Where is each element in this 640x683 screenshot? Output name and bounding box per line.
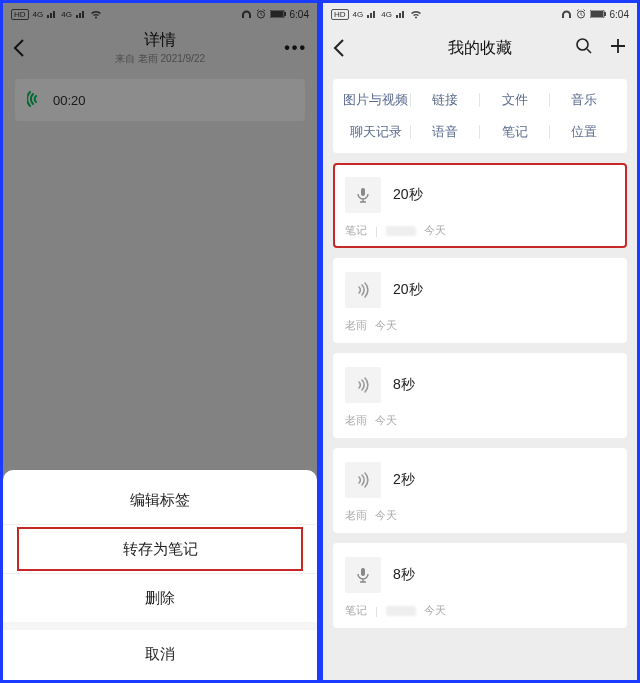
svg-rect-6: [591, 11, 603, 17]
sound-icon: [345, 272, 381, 308]
wifi-icon: [410, 10, 422, 19]
redacted-text: [386, 606, 416, 616]
favorite-item-meta: 老雨今天: [345, 508, 615, 523]
favorite-item-meta: 笔记|今天: [345, 223, 615, 238]
favorite-item-when: 今天: [375, 413, 397, 428]
sheet-save-as-note[interactable]: 转存为笔记: [17, 527, 303, 571]
svg-rect-9: [361, 188, 365, 196]
mic-icon: [345, 177, 381, 213]
redacted-text: [386, 226, 416, 236]
chip-photos-videos[interactable]: 图片与视频: [341, 91, 411, 109]
chevron-left-icon: [333, 39, 345, 57]
svg-rect-10: [361, 568, 365, 576]
search-icon: [575, 37, 593, 55]
chip-chat-history[interactable]: 聊天记录: [341, 123, 411, 141]
favorite-item-source: 老雨: [345, 508, 367, 523]
favorite-item-source: 笔记: [345, 223, 367, 238]
clock-time: 6:04: [610, 9, 629, 20]
favorite-item-title: 20秒: [393, 281, 423, 299]
phone-left: HD 4G 4G 6:04 详情 来自 老雨 2021/9/22: [3, 3, 317, 680]
sound-icon: [345, 462, 381, 498]
status-bar: HD 4G 4G 6:04: [323, 3, 637, 25]
signal-icon: [367, 10, 377, 18]
favorite-item-title: 8秒: [393, 376, 415, 394]
favorite-item[interactable]: 2秒老雨今天: [333, 448, 627, 533]
signal-icon: [396, 10, 406, 18]
add-button[interactable]: [609, 37, 627, 59]
favorites-list: 20秒笔记|今天20秒老雨今天8秒老雨今天2秒老雨今天8秒笔记|今天: [323, 163, 637, 638]
favorite-item-meta: 笔记|今天: [345, 603, 615, 618]
phone-right: HD 4G 4G 6:04 我的收藏: [323, 3, 637, 680]
favorite-item[interactable]: 20秒老雨今天: [333, 258, 627, 343]
favorite-item-when: 今天: [424, 603, 446, 618]
chip-voice[interactable]: 语音: [411, 123, 481, 141]
favorite-item-meta: 老雨今天: [345, 413, 615, 428]
favorite-item-title: 8秒: [393, 566, 415, 584]
chip-links[interactable]: 链接: [411, 91, 481, 109]
favorite-item[interactable]: 20秒笔记|今天: [333, 163, 627, 248]
action-sheet: 编辑标签 转存为笔记 删除 取消: [3, 470, 317, 680]
back-button[interactable]: [333, 39, 355, 57]
favorite-item-meta: 老雨今天: [345, 318, 615, 333]
favorite-item-title: 2秒: [393, 471, 415, 489]
favorite-item-when: 今天: [375, 318, 397, 333]
sheet-edit-tags[interactable]: 编辑标签: [3, 476, 317, 524]
battery-icon: [590, 10, 606, 18]
headphones-icon: [561, 9, 572, 19]
chip-music[interactable]: 音乐: [550, 91, 620, 109]
chip-notes[interactable]: 笔记: [480, 123, 550, 141]
favorite-item-source: 笔记: [345, 603, 367, 618]
sheet-cancel[interactable]: 取消: [3, 630, 317, 678]
favorite-item-when: 今天: [424, 223, 446, 238]
plus-icon: [609, 37, 627, 55]
favorite-item-source: 老雨: [345, 318, 367, 333]
search-button[interactable]: [575, 37, 593, 59]
network-2: 4G: [381, 10, 392, 19]
nav-bar: 我的收藏: [323, 25, 637, 71]
sound-icon: [345, 367, 381, 403]
mic-icon: [345, 557, 381, 593]
favorite-item[interactable]: 8秒笔记|今天: [333, 543, 627, 628]
favorite-item-title: 20秒: [393, 186, 423, 204]
svg-point-8: [577, 39, 588, 50]
sheet-delete[interactable]: 删除: [3, 574, 317, 622]
divider: [3, 622, 317, 630]
favorite-item-source: 老雨: [345, 413, 367, 428]
favorite-item[interactable]: 8秒老雨今天: [333, 353, 627, 438]
alarm-icon: [576, 9, 586, 19]
network-1: 4G: [353, 10, 364, 19]
chip-files[interactable]: 文件: [480, 91, 550, 109]
filter-chips: 图片与视频 链接 文件 音乐 聊天记录 语音 笔记 位置: [333, 79, 627, 153]
svg-rect-7: [604, 12, 606, 16]
chip-location[interactable]: 位置: [550, 123, 620, 141]
divider: [3, 524, 317, 525]
favorite-item-when: 今天: [375, 508, 397, 523]
hd-badge: HD: [331, 9, 349, 20]
